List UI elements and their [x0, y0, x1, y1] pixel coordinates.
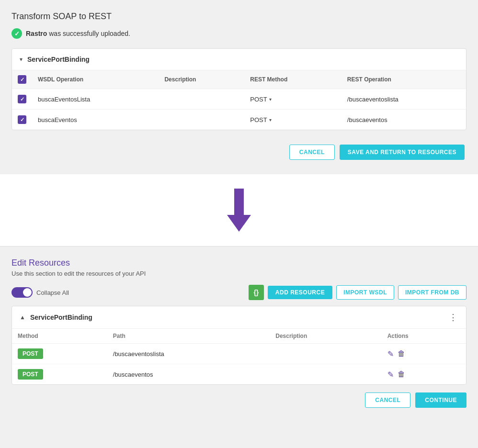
- delete-icon-2[interactable]: 🗑: [398, 370, 405, 379]
- row2-checkbox-cell: [12, 110, 32, 130]
- import-wsdl-button[interactable]: IMPORT WSDL: [336, 285, 394, 300]
- table-row: POST /buscaeventoslista ✎ 🗑: [12, 344, 466, 364]
- top-buttons-row: CANCEL SAVE AND RETURN TO RESOURCES: [11, 140, 467, 165]
- resource-more-options[interactable]: ⋮: [449, 312, 458, 323]
- col-actions: Actions: [382, 329, 466, 344]
- section-title: Edit Resources: [11, 258, 467, 268]
- down-arrow-icon: [225, 189, 253, 232]
- row2-description: [159, 110, 244, 130]
- res-row2-desc: [270, 364, 381, 385]
- table-row: buscaEventos POST ▾ /buscaeventos: [12, 110, 466, 130]
- success-banner: ✓ Rastro was successfully uploaded.: [11, 28, 467, 39]
- col-description: Description: [159, 70, 244, 89]
- res-row1-method: POST: [12, 344, 107, 364]
- toolbar-left: Collapse All: [11, 287, 69, 298]
- resource-card-header-left: ▲ ServicePortBinding: [20, 314, 92, 321]
- bottom-cancel-button[interactable]: CANCEL: [365, 392, 410, 408]
- res-row1-desc: [270, 344, 381, 364]
- post-badge-2: POST: [18, 369, 43, 380]
- uploaded-name: Rastro: [26, 30, 47, 37]
- row2-rest-op: /buscaeventos: [341, 110, 466, 130]
- resource-table: Method Path Description Actions POST /bu…: [12, 329, 466, 384]
- continue-button[interactable]: CONTINUE: [415, 392, 467, 408]
- row1-method-dropdown[interactable]: ▾: [269, 97, 272, 102]
- col-path: Path: [107, 329, 270, 344]
- collapse-all-toggle[interactable]: [11, 287, 33, 298]
- row1-rest-op: /buscaeventoslista: [341, 89, 466, 110]
- bottom-buttons-row: CANCEL CONTINUE: [11, 392, 467, 408]
- res-row2-method: POST: [12, 364, 107, 385]
- resource-table-body: POST /buscaeventoslista ✎ 🗑 POST: [12, 344, 466, 385]
- resource-card: ▲ ServicePortBinding ⋮ Method Path Descr…: [11, 306, 467, 385]
- row2-wsdl-op: buscaEventos: [32, 110, 159, 130]
- soap-to-rest-card: ▾ ServicePortBinding WSDL Operation Desc…: [11, 48, 467, 130]
- resource-binding-title: ServicePortBinding: [30, 314, 92, 321]
- col-desc: Description: [270, 329, 381, 344]
- collapse-all-label: Collapse All: [36, 289, 69, 296]
- svg-marker-0: [227, 189, 251, 232]
- top-section: Transform SOAP to REST ✓ Rastro was succ…: [0, 0, 478, 174]
- add-resource-button[interactable]: ADD RESOURCE: [268, 286, 332, 299]
- section-subtitle: Use this section to edit the resources o…: [11, 270, 467, 277]
- row1-method-text: POST: [250, 96, 267, 103]
- bottom-section: Edit Resources Use this section to edit …: [0, 246, 478, 419]
- row2-method-dropdown[interactable]: ▾: [269, 117, 272, 123]
- row1-rest-method: POST ▾: [244, 89, 341, 110]
- resource-collapse-icon[interactable]: ▲: [20, 314, 25, 321]
- arrow-section: [0, 174, 478, 246]
- edit-icon-2[interactable]: ✎: [387, 370, 394, 379]
- col-rest-operation: REST Operation: [341, 70, 466, 89]
- delete-icon-1[interactable]: 🗑: [398, 349, 405, 358]
- table-row: buscaEventosLista POST ▾ /buscaeventosli…: [12, 89, 466, 110]
- header-checkbox[interactable]: [18, 75, 26, 84]
- table-header-row: WSDL Operation Description REST Method R…: [12, 70, 466, 89]
- success-text: Rastro was successfully uploaded.: [26, 30, 130, 37]
- row2-method-text: POST: [250, 116, 267, 123]
- col-method: Method: [12, 329, 107, 344]
- row1-checkbox-cell: [12, 89, 32, 110]
- row1-wsdl-op: buscaEventosLista: [32, 89, 159, 110]
- save-and-return-button[interactable]: SAVE AND RETURN TO RESOURCES: [340, 145, 465, 160]
- res-row2-path: /buscaeventos: [107, 364, 270, 385]
- wsdl-table: WSDL Operation Description REST Method R…: [12, 70, 466, 130]
- success-icon: ✓: [11, 28, 22, 39]
- res-row1-path: /buscaeventoslista: [107, 344, 270, 364]
- row2-rest-method: POST ▾: [244, 110, 341, 130]
- col-wsdl-operation: WSDL Operation: [32, 70, 159, 89]
- cancel-button[interactable]: CANCEL: [289, 145, 335, 160]
- card-header: ▾ ServicePortBinding: [12, 49, 466, 70]
- json-icon-button[interactable]: {}: [249, 285, 264, 300]
- resource-table-header: Method Path Description Actions: [12, 329, 466, 344]
- col-checkbox: [12, 70, 32, 89]
- post-badge-1: POST: [18, 348, 43, 359]
- res-row1-actions: ✎ 🗑: [382, 344, 466, 364]
- edit-icon-1[interactable]: ✎: [387, 349, 394, 358]
- toolbar: Collapse All {} ADD RESOURCE IMPORT WSDL…: [11, 285, 467, 300]
- row1-description: [159, 89, 244, 110]
- res-row2-actions: ✎ 🗑: [382, 364, 466, 385]
- resource-card-header: ▲ ServicePortBinding ⋮: [12, 306, 466, 329]
- table-row: POST /buscaeventos ✎ 🗑: [12, 364, 466, 385]
- binding-title: ServicePortBinding: [27, 56, 90, 63]
- row2-checkbox[interactable]: [18, 115, 26, 124]
- col-rest-method: REST Method: [244, 70, 341, 89]
- table-body: buscaEventosLista POST ▾ /buscaeventosli…: [12, 89, 466, 130]
- page-title: Transform SOAP to REST: [11, 11, 467, 22]
- collapse-icon[interactable]: ▾: [20, 56, 23, 63]
- row1-checkbox[interactable]: [18, 95, 26, 103]
- import-from-db-button[interactable]: IMPORT FROM DB: [398, 285, 467, 300]
